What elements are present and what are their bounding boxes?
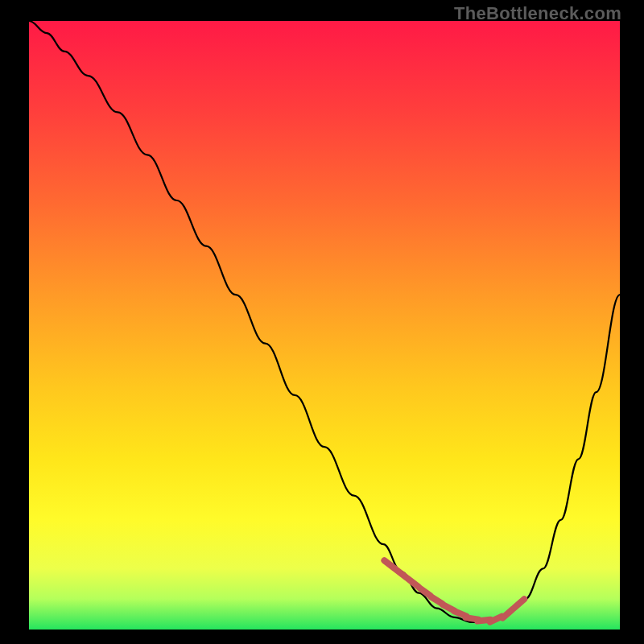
plot-area [29, 21, 620, 630]
chart-frame: TheBottleneck.com [0, 0, 644, 644]
chart-svg [29, 21, 620, 630]
watermark-text: TheBottleneck.com [454, 3, 621, 24]
